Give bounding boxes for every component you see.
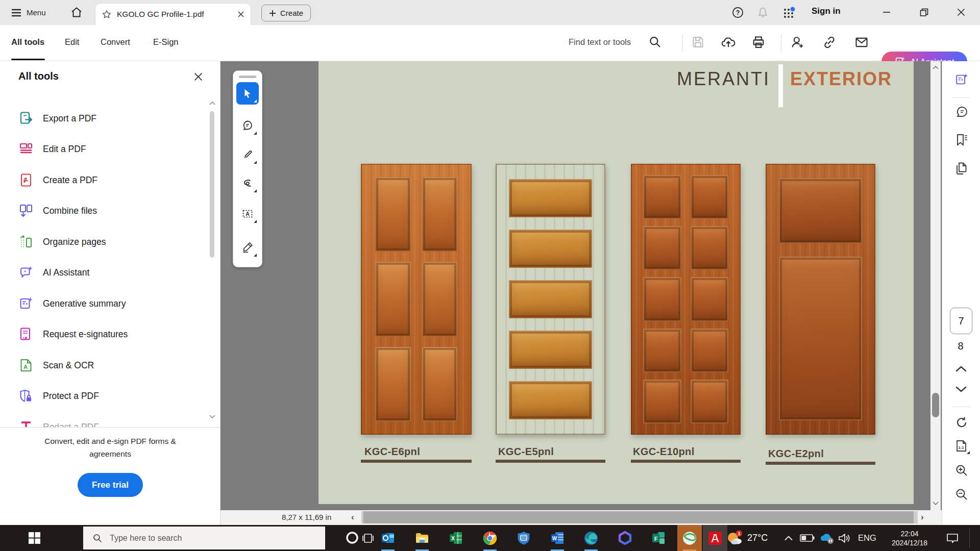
tool-item-scan-ocr[interactable]: A Scan & OCR — [18, 352, 94, 379]
door-image-e6pnl — [361, 164, 472, 435]
scroll-left-icon[interactable]: ‹ — [351, 512, 354, 522]
tool-item-label: Redact a PDF — [43, 422, 99, 428]
zoom-out-icon[interactable] — [954, 487, 969, 502]
tool-item-redact-pdf[interactable]: Redact a PDF — [18, 414, 99, 427]
page-thumbnails-icon[interactable] — [954, 161, 969, 176]
volume-icon[interactable] — [838, 525, 852, 551]
help-icon[interactable]: ? — [732, 7, 744, 18]
tool-item-label: Export a PDF — [43, 113, 96, 124]
tool-item-export-pdf[interactable]: Export a PDF — [18, 105, 96, 132]
onedrive-paused-icon[interactable] — [819, 525, 835, 551]
battery-icon[interactable] — [800, 525, 815, 551]
tool-item-organize-pages[interactable]: Organize pages — [18, 229, 106, 255]
fill-sign-tool-button[interactable] — [236, 236, 259, 259]
taskbar-globe-app-icon[interactable] — [677, 525, 702, 551]
tab-esign[interactable]: E-Sign — [153, 37, 179, 47]
zoom-in-icon[interactable] — [954, 463, 969, 478]
next-page-icon[interactable] — [955, 386, 967, 393]
panel-scrollbar-thumb[interactable] — [210, 111, 214, 258]
taskbar-word-icon[interactable]: W — [545, 525, 570, 551]
generative-summary-icon[interactable] — [954, 72, 969, 87]
taskbar-excel-icon[interactable]: X — [444, 525, 468, 551]
bookmarks-panel-icon[interactable] — [954, 133, 969, 147]
apps-grid-icon[interactable] — [782, 7, 795, 19]
action-center-icon[interactable] — [946, 525, 959, 551]
pdf-page: MERANTI EXTERIOR KGC-E6pnl KGC-E5pnl KGC… — [318, 61, 914, 504]
language-indicator[interactable]: ENG — [858, 525, 876, 551]
cloud-upload-icon[interactable] — [721, 35, 736, 49]
hidden-icons-chevron[interactable] — [784, 525, 793, 551]
close-window-icon[interactable] — [954, 6, 968, 18]
cortana-icon[interactable] — [344, 530, 360, 546]
notifications-bell-icon[interactable] — [757, 7, 769, 18]
tool-item-request-esignatures[interactable]: Request e-signatures — [18, 321, 128, 347]
taskbar-chrome-icon[interactable] — [478, 525, 502, 551]
taskbar-edge-icon[interactable] — [579, 525, 603, 551]
comment-tool-button[interactable] — [236, 114, 259, 137]
text-box-tool-button[interactable]: A — [236, 203, 259, 225]
comments-panel-icon[interactable] — [954, 105, 969, 119]
vertical-scrollbar-thumb[interactable] — [932, 393, 939, 417]
tab-all-tools[interactable]: All tools — [11, 37, 44, 47]
create-pdf-icon — [18, 172, 34, 188]
rotate-page-icon[interactable] — [954, 415, 969, 430]
select-tool-button[interactable] — [236, 82, 259, 105]
tool-item-edit-pdf[interactable]: Edit a PDF — [18, 136, 86, 162]
taskbar-search-input[interactable]: Type here to search — [83, 527, 325, 549]
save-icon[interactable] — [691, 35, 705, 49]
add-user-icon[interactable] — [790, 35, 804, 49]
home-button[interactable] — [70, 6, 83, 18]
search-icon[interactable] — [648, 35, 662, 49]
document-tab[interactable]: KGOLO GC Profile-1.pdf — [95, 3, 251, 25]
door-label-underline — [496, 460, 605, 463]
vertical-scrollbar[interactable] — [930, 61, 941, 510]
sign-in-button[interactable]: Sign in — [812, 6, 841, 16]
svg-text:F: F — [654, 536, 657, 542]
start-button-icon[interactable] — [29, 532, 40, 544]
taskbar-forms-icon[interactable]: F — [646, 525, 671, 551]
fit-one-to-one-icon[interactable]: 1:1 — [954, 439, 969, 453]
previous-page-icon[interactable] — [955, 365, 967, 372]
svg-text:?: ? — [736, 9, 740, 16]
toolbar-divider — [682, 34, 682, 52]
door-label-e6pnl: KGC-E6pnl — [364, 446, 420, 458]
tab-convert[interactable]: Convert — [101, 37, 130, 47]
taskbar-security-shield-icon[interactable] — [511, 525, 536, 551]
weather-tray-item[interactable]: 1 27°C — [726, 525, 768, 551]
task-view-icon[interactable] — [361, 532, 375, 545]
taskbar-office-icon[interactable] — [612, 525, 637, 551]
create-tab-button[interactable]: Create — [261, 5, 311, 21]
quick-tools-drag-handle[interactable] — [239, 76, 256, 78]
temperature-label: 27°C — [747, 533, 768, 543]
taskbar-file-explorer-icon[interactable] — [410, 525, 434, 551]
tool-item-create-pdf[interactable]: Create a PDF — [18, 167, 97, 193]
email-icon[interactable] — [854, 35, 869, 49]
scroll-right-icon[interactable]: › — [921, 512, 924, 522]
active-tab-underline — [11, 59, 45, 60]
menu-button[interactable]: Menu — [11, 0, 46, 25]
find-text-label[interactable]: Find text or tools — [569, 37, 631, 47]
free-trial-button[interactable]: Free trial — [78, 473, 143, 497]
print-icon[interactable] — [751, 35, 766, 49]
horizontal-scrollbar-thumb[interactable] — [363, 511, 914, 523]
highlight-tool-button[interactable] — [236, 143, 259, 166]
tool-item-combine-files[interactable]: Combine files — [18, 197, 97, 224]
tool-item-ai-assistant[interactable]: AI Assistant — [18, 259, 89, 286]
tab-edit[interactable]: Edit — [65, 37, 79, 47]
draw-tool-button[interactable] — [236, 172, 259, 194]
main-toolbar: All tools Edit Convert E-Sign Find text … — [0, 25, 980, 61]
minimize-icon[interactable] — [879, 6, 894, 18]
door-label-e5pnl: KGC-E5pnl — [498, 446, 554, 458]
show-desktop-divider[interactable] — [969, 528, 970, 548]
star-icon[interactable] — [102, 9, 112, 19]
tab-close-icon[interactable] — [237, 11, 244, 18]
door-image-e10pnl — [631, 164, 741, 435]
taskbar-acrobat-icon[interactable] — [703, 525, 727, 551]
current-page-box[interactable]: 7 — [950, 308, 972, 334]
taskbar-outlook-icon[interactable] — [376, 525, 400, 551]
tool-item-generative-summary[interactable]: Generative summary — [18, 290, 126, 317]
tool-item-protect-pdf[interactable]: Protect a PDF — [18, 383, 99, 409]
restore-icon[interactable] — [917, 6, 931, 18]
link-icon[interactable] — [822, 35, 837, 49]
clock-tray-item[interactable]: 22:04 2024/12/18 — [884, 525, 935, 551]
